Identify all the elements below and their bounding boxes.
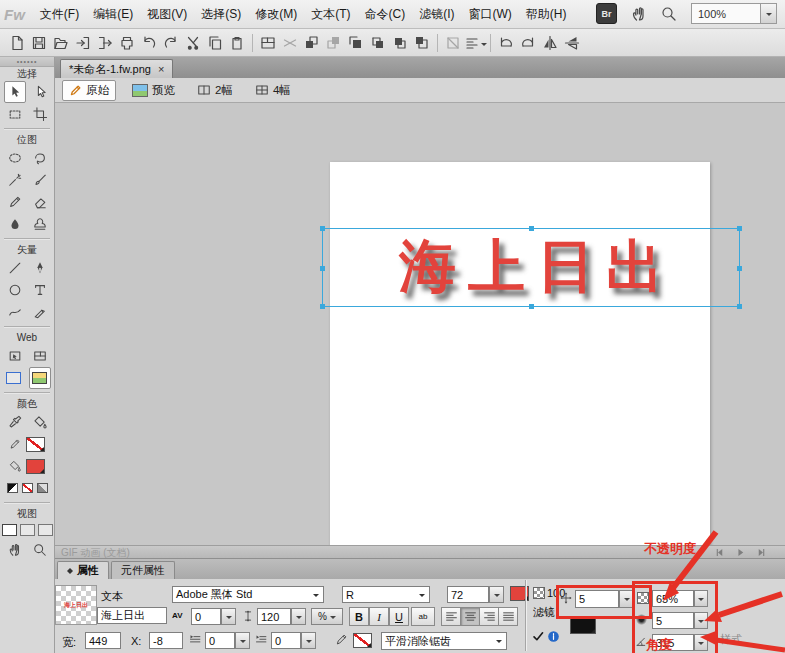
pen-tool[interactable] (30, 258, 50, 278)
menu-filters[interactable]: 滤镜(I) (412, 4, 461, 25)
shadow-opacity-dropdown[interactable] (694, 590, 708, 607)
menu-commands[interactable]: 命令(C) (358, 4, 413, 25)
selection-handle[interactable] (320, 266, 325, 271)
selection-handle[interactable] (320, 304, 325, 309)
text-selection-box[interactable]: 海上日出 (322, 228, 740, 307)
save-button[interactable] (28, 32, 50, 54)
hand-icon[interactable] (631, 6, 647, 22)
panel-expander-icon[interactable] (67, 565, 73, 577)
lasso-tool[interactable] (30, 148, 50, 168)
send-backward-button[interactable] (389, 32, 411, 54)
shadow-opacity-field[interactable]: 65% (652, 590, 694, 607)
tab-properties[interactable]: 属性 (57, 561, 109, 579)
selection-handle[interactable] (737, 226, 742, 231)
new-document-button[interactable] (6, 32, 28, 54)
oval-marquee-tool[interactable] (5, 148, 25, 168)
indent-field[interactable]: 0 (205, 632, 235, 649)
font-style-select[interactable]: R (342, 586, 430, 603)
text-case-button[interactable]: ab (411, 607, 435, 626)
align-right-button[interactable] (479, 607, 499, 626)
magic-wand-tool[interactable] (5, 170, 25, 190)
swap-colors-button[interactable] (37, 483, 48, 493)
kerning-dropdown[interactable] (221, 608, 236, 625)
hide-slices-button[interactable] (279, 32, 301, 54)
bridge-icon[interactable]: Br (596, 3, 617, 24)
slice-tool[interactable] (30, 346, 50, 366)
width-field[interactable]: 449 (85, 632, 121, 649)
play-icon[interactable] (735, 547, 746, 558)
pencil-tool[interactable] (5, 192, 25, 212)
menu-view[interactable]: 视图(V) (140, 4, 194, 25)
tools-panel-grip[interactable]: •••••• (0, 57, 54, 67)
rubber-stamp-tool[interactable] (30, 214, 50, 234)
font-size-dropdown[interactable] (489, 586, 504, 603)
selection-handle[interactable] (529, 226, 534, 231)
brush-tool[interactable] (30, 170, 50, 190)
antialias-select[interactable]: 平滑消除锯齿 (381, 632, 507, 650)
cut-button[interactable] (182, 32, 204, 54)
fullscreen-menu-button[interactable] (20, 524, 35, 536)
menu-help[interactable]: 帮助(H) (519, 4, 574, 25)
font-family-select[interactable]: Adobe 黑体 Std (172, 586, 324, 603)
menu-window[interactable]: 窗口(W) (462, 4, 519, 25)
bring-forward-button[interactable] (367, 32, 389, 54)
no-color-button[interactable] (22, 483, 33, 493)
transform-button[interactable] (442, 32, 464, 54)
redo-button[interactable] (160, 32, 182, 54)
stroke-color-swatch[interactable] (26, 437, 45, 452)
hide-hotspots-button[interactable] (4, 368, 24, 388)
fill-color-swatch[interactable] (26, 459, 45, 474)
leading-dropdown[interactable] (291, 608, 306, 625)
menu-text[interactable]: 文本(T) (304, 4, 357, 25)
filter-enabled-check-icon[interactable] (532, 630, 545, 643)
text-tool[interactable] (30, 280, 50, 300)
selection-handle[interactable] (529, 304, 534, 309)
copy-button[interactable] (204, 32, 226, 54)
flip-horizontal-button[interactable] (539, 32, 561, 54)
rotate-left-button[interactable] (495, 32, 517, 54)
view-2up-button[interactable]: 2幅 (191, 81, 239, 100)
shadow-softness-dropdown[interactable] (694, 612, 708, 629)
kerning-field[interactable]: 0 (191, 608, 221, 625)
shadow-distance-field[interactable]: 5 (575, 590, 619, 608)
x-field[interactable]: -8 (149, 632, 183, 649)
send-to-back-button[interactable] (411, 32, 433, 54)
crop-tool[interactable] (30, 104, 50, 124)
import-button[interactable] (72, 32, 94, 54)
bold-button[interactable]: B (349, 607, 369, 626)
print-button[interactable] (116, 32, 138, 54)
leading-unit-select[interactable]: % (311, 608, 343, 625)
canvas[interactable] (330, 162, 710, 546)
paint-bucket-tool[interactable] (30, 412, 50, 432)
first-frame-icon[interactable] (714, 547, 725, 558)
menu-select[interactable]: 选择(S) (194, 4, 248, 25)
show-hotspots-button[interactable] (29, 367, 51, 389)
italic-button[interactable]: I (369, 607, 389, 626)
line-tool[interactable] (5, 258, 25, 278)
hotspot-tool[interactable] (5, 346, 25, 366)
view-original-button[interactable]: 原始 (62, 80, 116, 101)
show-slices-button[interactable] (257, 32, 279, 54)
eyedropper-tool[interactable] (5, 412, 25, 432)
document-tab[interactable]: *未命名-1.fw.png × (60, 59, 173, 78)
stroke-none-swatch[interactable] (353, 633, 372, 648)
view-preview-button[interactable]: 预览 (126, 81, 181, 100)
knife-tool[interactable] (30, 302, 50, 322)
canvas-workspace[interactable]: 海上日出 (55, 103, 785, 546)
paste-button[interactable] (226, 32, 248, 54)
align-left-button[interactable] (441, 607, 461, 626)
document-tab-close-icon[interactable]: × (158, 63, 164, 75)
ungroup-button[interactable] (323, 32, 345, 54)
paragraph-spacing-dropdown[interactable] (301, 632, 316, 649)
export-button[interactable] (94, 32, 116, 54)
hand-tool[interactable] (5, 540, 25, 560)
zoom-tool[interactable] (30, 540, 50, 560)
blur-tool[interactable] (5, 214, 25, 234)
selection-handle[interactable] (320, 226, 325, 231)
standard-screen-button[interactable] (2, 524, 17, 536)
view-4up-button[interactable]: 4幅 (249, 81, 297, 100)
font-size-field[interactable]: 72 (447, 586, 489, 603)
object-name-field[interactable]: 海上日出 (97, 607, 167, 624)
undo-button[interactable] (138, 32, 160, 54)
selection-handle[interactable] (737, 304, 742, 309)
